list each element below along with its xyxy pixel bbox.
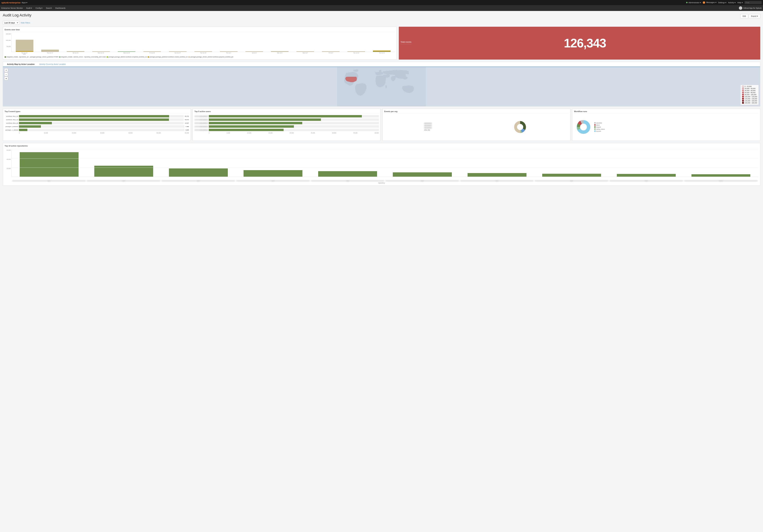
legend-color-80-100k <box>742 94 744 95</box>
bar-segment-gray <box>296 52 314 52</box>
user-bar-row-2: user_name_2 <box>194 118 379 121</box>
legend-item-80-100k: 80,000 - 100,000 <box>742 94 757 95</box>
bar-segment-gray <box>271 51 288 52</box>
nav-audit[interactable]: Audit ▾ <box>25 5 33 11</box>
chevron-down-icon: ▾ <box>757 15 758 17</box>
find-input[interactable] <box>744 1 762 4</box>
legend-item-2: integration_installa...astories_remov...… <box>59 56 106 58</box>
zoom-in-button[interactable]: + <box>4 68 8 72</box>
time-range-select[interactable]: Last 30 days <box>3 21 19 25</box>
nav-search[interactable]: Search <box>45 5 53 11</box>
legend-color-100-120k <box>742 96 744 98</box>
main-content: Audit Log Activity Edit Export ▾ Last 30… <box>0 11 763 190</box>
admin-status-dot <box>686 2 688 3</box>
zoom-out-button[interactable]: − <box>4 72 8 76</box>
legend-item-20-40k: 20,000 - 40,000 <box>742 88 757 89</box>
x-axis-ticks-users: 0 5,000 10,000 15,000 20,000 25,000 30,0… <box>209 132 379 134</box>
help-menu[interactable]: Help ▾ <box>737 2 743 4</box>
page-actions: Edit Export ▾ <box>740 14 760 18</box>
bar-row-1: workflows..lflow_run 54,731 <box>5 115 189 117</box>
user-bar-row-3: user_name_3 <box>194 122 379 124</box>
bar-group-4 <box>88 33 114 52</box>
page-title: Audit Log Activity <box>3 13 32 18</box>
bar-group-5 <box>114 33 139 52</box>
legend-color-3 <box>107 56 108 58</box>
brand-label[interactable]: Enterprise Server Monitor <box>1 7 23 9</box>
bar-fill-5 <box>19 129 27 131</box>
filters-toolbar: Last 30 days Hide Filters <box>3 21 760 25</box>
top5-active-users-chart: user_name_1 user_name_2 user_name_3 <box>194 115 379 131</box>
edit-button[interactable]: Edit <box>740 14 748 18</box>
legend-failure: failure <box>594 124 605 126</box>
legend-color-2 <box>59 56 60 58</box>
legend-item-120-140k: 120,000 - 140,000 <box>742 98 757 100</box>
hide-filters-link[interactable]: Hide Filters <box>21 22 30 24</box>
tab-activity-map[interactable]: Activity Map by Actor Location <box>5 62 37 67</box>
bar-segment-gray <box>92 52 110 52</box>
apps-menu[interactable]: Apps ▾ <box>22 2 27 4</box>
legend-cancelled: cancelled <box>594 122 605 124</box>
workflow-runs-panel: Workflow runs <box>572 109 760 141</box>
export-button[interactable]: Export ▾ <box>749 14 760 18</box>
legend-item-140-160k: 140,000 - 160,000 <box>742 100 757 102</box>
bar-segment-gray <box>348 52 365 52</box>
legend-skipped: skipped <box>594 126 605 128</box>
legend-color-4 <box>148 56 149 58</box>
total-events-value: 126,343 <box>564 36 606 50</box>
events-chart: 150,000 100,000 50,000 <box>5 33 395 52</box>
map-controls: + − ⊕ <box>4 68 8 80</box>
bar-segment-gray <box>322 52 340 52</box>
settings-menu[interactable]: Settings ▾ <box>718 2 726 4</box>
messages-menu[interactable]: 2 Messages ▾ <box>703 1 716 4</box>
user-bar-fill-1 <box>209 115 362 117</box>
bar-segment-gray <box>220 52 238 52</box>
map-panel: Activity Map by Actor Location Activity … <box>3 61 760 106</box>
bar-group-13 <box>318 33 343 52</box>
y-axis: 150,000 100,000 50,000 <box>5 33 12 52</box>
bar-segment-gray <box>16 40 33 51</box>
repos-y-axis: 60,000 40,000 20,000 <box>5 150 11 177</box>
bar-group-7 <box>165 33 190 52</box>
world-map-svg <box>3 67 760 106</box>
legend-color-60-80k <box>742 92 744 93</box>
workflow-pie-chart <box>574 118 593 137</box>
legend-color-1 <box>5 56 6 58</box>
bar-fill-4 <box>19 125 41 128</box>
reset-view-button[interactable]: ⊕ <box>4 76 8 80</box>
total-events-title: Total events <box>401 41 411 44</box>
bar-row-2: workflows..lflow_run 54,673 <box>5 118 189 121</box>
x-axis-ticks-events: 0 10,000 20,000 30,000 40,000 50,000 60,… <box>19 132 189 134</box>
user-bar-fill-5 <box>209 129 283 131</box>
second-navigation: Enterprise Server Monitor Audit ▾ Config… <box>0 5 763 11</box>
events-pie-chart <box>511 118 529 136</box>
top5-active-users-panel: Top 5 active users user_name_1 user_name… <box>192 109 381 141</box>
workflow-legend: cancelled failure skipped startup_failur… <box>594 122 605 132</box>
bar-group-3 <box>63 33 88 52</box>
x-axis-labels: Tue Jun 152021 Thu Jun 17 Sat Jun 19 Mon… <box>12 52 395 55</box>
bar-row-5: packages...s_deleted 3,089 <box>5 129 189 131</box>
legend-item-100-120k: 100,000 - 120,000 <box>742 96 757 98</box>
admin-menu[interactable]: Administrator ▾ <box>686 2 701 4</box>
events-over-time-title: Events over time <box>5 29 395 32</box>
github-app-button[interactable]: ⬤ Github App for Splunk <box>739 6 762 10</box>
bar-segment-gray <box>246 52 263 52</box>
legend-startup-failure: startup_failure <box>594 128 605 130</box>
bar-group-6 <box>140 33 164 52</box>
bar-group-8 <box>191 33 216 52</box>
nav-config[interactable]: Config ▾ <box>34 5 44 11</box>
top10-repos-panel: Top 10 active repositories 60,000 40,000… <box>3 143 760 186</box>
repos-gridlines <box>12 150 758 177</box>
tab-activity-count[interactable]: Activity Count by Actor Location <box>37 62 68 67</box>
legend-item-4: packages.package_published workflows.cre… <box>148 56 188 58</box>
bar-segment-gray <box>169 52 186 52</box>
user-bar-fill-2 <box>209 118 321 121</box>
legend-item-160-180k: 160,000 - 180,000 <box>742 102 757 104</box>
legend-color-120-140k <box>742 98 744 100</box>
nav-dashboards[interactable]: Dashboards <box>54 5 67 11</box>
activity-menu[interactable]: Activity ▾ <box>728 2 736 4</box>
map-content: + − ⊕ <box>3 67 760 106</box>
repos-chart-container: 60,000 40,000 20,000 <box>12 150 758 177</box>
user-bar-row-5: user_name_5 <box>194 129 379 131</box>
legend-color-20-40k <box>742 88 744 89</box>
bar-segment-dgreen <box>373 52 390 52</box>
